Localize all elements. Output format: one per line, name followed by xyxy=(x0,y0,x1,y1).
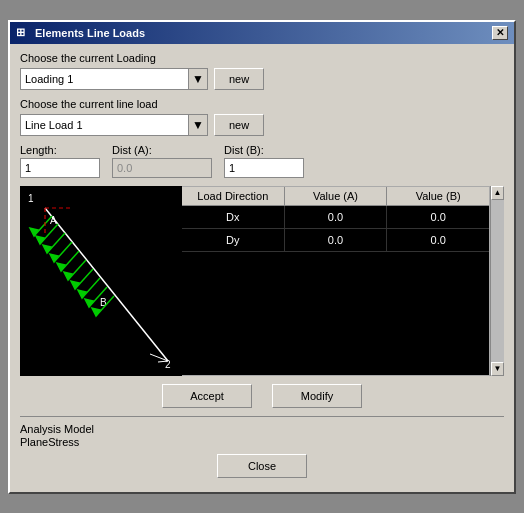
cell-value-b-dy[interactable]: 0.0 xyxy=(387,229,489,251)
loading-dropdown-input[interactable] xyxy=(20,68,188,90)
line-load-dropdown-input[interactable] xyxy=(20,114,188,136)
window-title: Elements Line Loads xyxy=(35,27,145,39)
col-load-direction: Load Direction xyxy=(182,187,285,205)
window-icon: ⊞ xyxy=(16,26,30,40)
cell-value-a-dx[interactable]: 0.0 xyxy=(285,206,388,228)
svg-text:B: B xyxy=(100,297,107,308)
line-load-section-label: Choose the current line load xyxy=(20,98,504,110)
scroll-down-button[interactable]: ▼ xyxy=(491,362,504,376)
loading-section-label: Choose the current Loading xyxy=(20,52,504,64)
dist-a-input xyxy=(112,158,212,178)
fields-row: Length: Dist (A): Dist (B): xyxy=(20,144,504,178)
cell-direction-dx: Dx xyxy=(182,206,285,228)
close-button[interactable]: Close xyxy=(217,454,307,478)
close-button-row: Close xyxy=(20,454,504,484)
load-table: Load Direction Value (A) Value (B) Dx 0.… xyxy=(182,186,490,376)
table-body: Dx 0.0 0.0 Dy 0.0 0.0 xyxy=(182,206,489,375)
length-label: Length: xyxy=(20,144,100,156)
line-load-dropdown-group: ▼ xyxy=(20,114,208,136)
col-value-a: Value (A) xyxy=(285,187,388,205)
scroll-up-icon: ▲ xyxy=(494,188,502,197)
col-value-b: Value (B) xyxy=(387,187,489,205)
scrollbar-track[interactable] xyxy=(491,200,504,362)
svg-text:1: 1 xyxy=(28,193,34,204)
line-load-dropdown-arrow[interactable]: ▼ xyxy=(188,114,208,136)
window-close-button[interactable]: ✕ xyxy=(492,26,508,40)
canvas-area: 1 2 A B xyxy=(20,186,182,376)
dist-a-label: Dist (A): xyxy=(112,144,212,156)
length-input[interactable] xyxy=(20,158,100,178)
dist-a-field-group: Dist (A): xyxy=(112,144,212,178)
scroll-down-icon: ▼ xyxy=(494,364,502,373)
loading-dropdown-arrow[interactable]: ▼ xyxy=(188,68,208,90)
loading-new-button[interactable]: new xyxy=(214,68,264,90)
divider xyxy=(20,416,504,417)
cell-value-a-dy[interactable]: 0.0 xyxy=(285,229,388,251)
cell-value-b-dx[interactable]: 0.0 xyxy=(387,206,489,228)
line-load-row: ▼ new xyxy=(20,114,504,136)
table-row: Dx 0.0 0.0 xyxy=(182,206,489,229)
status-area: Analysis Model PlaneStress xyxy=(20,423,504,454)
main-area: 1 2 A B xyxy=(20,186,504,376)
analysis-model-value: PlaneStress xyxy=(20,436,504,448)
dist-b-label: Dist (B): xyxy=(224,144,304,156)
table-scrollbar: ▲ ▼ xyxy=(490,186,504,376)
table-with-scrollbar: Load Direction Value (A) Value (B) Dx 0.… xyxy=(182,186,504,376)
table-row: Dy 0.0 0.0 xyxy=(182,229,489,252)
loading-row: ▼ new xyxy=(20,68,504,90)
analysis-model-label: Analysis Model xyxy=(20,423,504,435)
main-window: ⊞ Elements Line Loads ✕ Choose the curre… xyxy=(8,20,516,494)
action-buttons: Accept Modify xyxy=(20,384,504,408)
dist-b-field-group: Dist (B): xyxy=(224,144,304,178)
loading-dropdown-group: ▼ xyxy=(20,68,208,90)
table-header: Load Direction Value (A) Value (B) xyxy=(182,187,489,206)
cell-direction-dy: Dy xyxy=(182,229,285,251)
scroll-up-button[interactable]: ▲ xyxy=(491,186,504,200)
content-area: Choose the current Loading ▼ new Choose … xyxy=(10,44,514,492)
title-bar: ⊞ Elements Line Loads ✕ xyxy=(10,22,514,44)
line-load-new-button[interactable]: new xyxy=(214,114,264,136)
accept-button[interactable]: Accept xyxy=(162,384,252,408)
length-field-group: Length: xyxy=(20,144,100,178)
dist-b-input[interactable] xyxy=(224,158,304,178)
dropdown-arrow-icon: ▼ xyxy=(192,72,204,86)
line-load-arrow-icon: ▼ xyxy=(192,118,204,132)
title-bar-left: ⊞ Elements Line Loads xyxy=(16,26,145,40)
modify-button[interactable]: Modify xyxy=(272,384,362,408)
canvas-svg: 1 2 A B xyxy=(20,186,182,376)
